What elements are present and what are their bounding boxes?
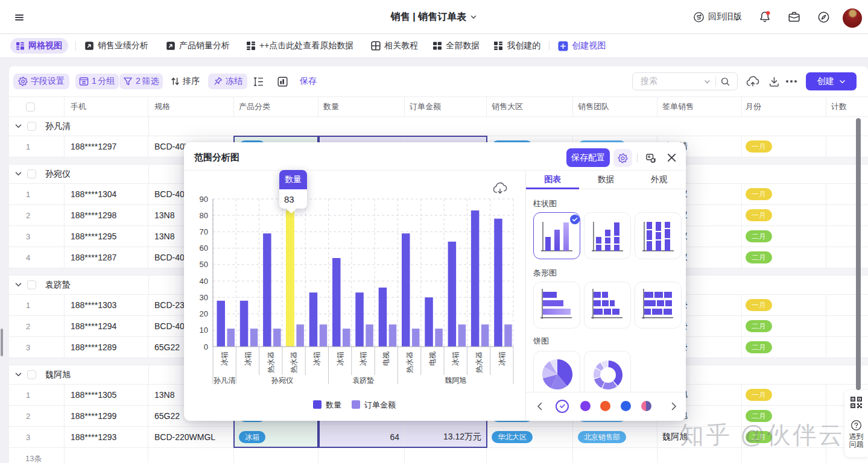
svg-text:魏阿旭: 魏阿旭 — [445, 376, 466, 385]
svg-text:60: 60 — [200, 244, 208, 253]
svg-text:80: 80 — [200, 211, 208, 220]
svg-text:0: 0 — [204, 342, 208, 351]
svg-text:热水器: 热水器 — [405, 351, 414, 373]
svg-text:热水器: 热水器 — [267, 351, 275, 373]
svg-text:冰箱: 冰箱 — [451, 351, 460, 366]
svg-text:热水器: 热水器 — [290, 351, 298, 373]
svg-text:热水器: 热水器 — [475, 351, 483, 373]
svg-text:90: 90 — [200, 195, 208, 204]
svg-text:50: 50 — [200, 260, 208, 269]
svg-text:孙凡清: 孙凡清 — [213, 376, 235, 385]
svg-text:订单金额: 订单金额 — [364, 400, 396, 409]
svg-text:电视: 电视 — [382, 351, 390, 366]
svg-text:数量: 数量 — [325, 400, 341, 409]
svg-text:40: 40 — [200, 277, 208, 286]
svg-text:冰箱: 冰箱 — [336, 351, 344, 366]
svg-text:70: 70 — [200, 227, 208, 236]
svg-text:冰箱: 冰箱 — [312, 351, 321, 366]
svg-text:20: 20 — [200, 309, 208, 318]
svg-text:冰箱: 冰箱 — [220, 351, 229, 366]
svg-text:冰箱: 冰箱 — [498, 351, 506, 366]
svg-text:30: 30 — [200, 293, 208, 302]
svg-text:袁跻蟄: 袁跻蟄 — [352, 376, 374, 385]
svg-text:电视: 电视 — [428, 351, 437, 366]
svg-text:冰箱: 冰箱 — [359, 351, 367, 366]
svg-text:10: 10 — [200, 326, 208, 335]
svg-text:冰箱: 冰箱 — [244, 351, 252, 366]
svg-text:孙宛仪: 孙宛仪 — [271, 376, 293, 385]
